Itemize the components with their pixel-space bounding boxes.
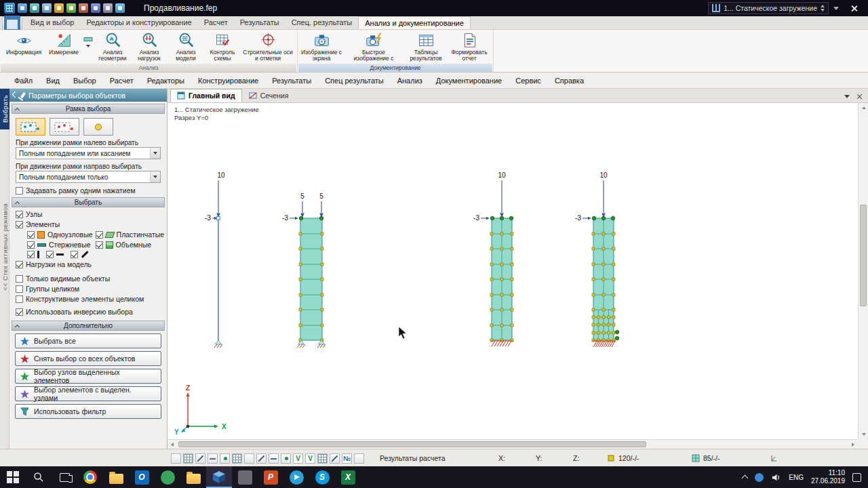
modes-stack-label[interactable]: << Стек активных режимов — [0, 135, 9, 291]
file-menu-button[interactable] — [2, 17, 22, 29]
checkbox[interactable] — [16, 211, 23, 218]
load-case-selector[interactable]: 1... Статическое загружение — [708, 2, 829, 14]
taskbar-telegram[interactable] — [283, 466, 309, 488]
menu-design[interactable]: Конструирование — [192, 75, 264, 87]
display-nodes-icon[interactable] — [54, 3, 64, 13]
display-axes-icon[interactable] — [103, 3, 113, 13]
information-button[interactable]: Информация — [2, 30, 45, 56]
select-all-button[interactable]: Выбрать все — [15, 333, 161, 348]
display-loads-icon[interactable] — [79, 3, 88, 13]
checkbox[interactable] — [16, 296, 23, 303]
column-3[interactable]: 10 -3 — [473, 171, 513, 346]
section-cut-icon[interactable] — [330, 453, 340, 464]
language-indicator[interactable]: ENG — [789, 474, 804, 481]
checkbox-solid-elements[interactable]: Объемные — [96, 241, 161, 249]
ribbon-tab-special-results[interactable]: Спец. результаты — [285, 16, 359, 29]
ribbon-tab-analysis-documentation[interactable]: Анализ и документирование — [358, 16, 471, 29]
select-nodes-of-selected-elements-button[interactable]: Выбор узлов выделенных элементов — [15, 369, 161, 384]
checkbox-structural-whole[interactable]: Конструктивные элементы целиком — [9, 293, 167, 304]
checkbox[interactable] — [71, 251, 78, 258]
menu-select[interactable]: Выбор — [67, 75, 102, 87]
horizontal-scroll-thumb[interactable] — [178, 441, 646, 447]
deselect-all-button[interactable]: Снять выбор со всех объектов — [15, 351, 161, 366]
misc-tool-icon[interactable] — [354, 453, 364, 464]
taskbar-app-gray[interactable] — [232, 466, 258, 488]
scroll-left-button[interactable] — [167, 440, 177, 449]
taskbar-outlook[interactable]: O — [129, 466, 155, 488]
screen-image-button[interactable]: Изображение с экрана — [300, 30, 343, 62]
taskbar-explorer-2[interactable] — [180, 466, 206, 488]
select-mode-badge[interactable]: Выбрать — [0, 89, 9, 129]
scheme-control-button[interactable]: Контроль схемы — [204, 30, 241, 62]
checkbox[interactable] — [16, 285, 23, 293]
checkbox-bar-style-inclined[interactable] — [71, 251, 89, 258]
checkbox[interactable] — [46, 251, 54, 258]
analysis-geometry-button[interactable]: Анализ геометрии — [94, 30, 131, 62]
checkbox[interactable] — [16, 308, 23, 316]
menu-documentation[interactable]: Документирование — [430, 75, 508, 87]
notification-center-icon[interactable] — [852, 473, 861, 482]
column-2[interactable]: 5 5 -3 — [282, 192, 326, 348]
dropdown-arrow-button[interactable] — [150, 171, 160, 182]
checkbox-nodes[interactable]: Узлы — [9, 209, 167, 219]
checkbox-single-click-frame[interactable]: Задавать рамку одним нажатием — [9, 185, 167, 195]
scroll-down-button[interactable] — [859, 430, 868, 439]
section-header-extra[interactable]: Дополнительно — [12, 321, 165, 331]
checkbox[interactable] — [27, 241, 35, 249]
select-elements-with-selected-nodes-button[interactable]: Выбор элементов с выделен. узлами — [15, 386, 161, 401]
nodes-display-icon[interactable] — [183, 453, 193, 464]
taskbar-chrome[interactable] — [77, 466, 103, 488]
analysis-model-button[interactable]: Анализ модели — [167, 30, 204, 62]
taskbar-clock[interactable]: 11:10 27.06.2019 — [811, 469, 845, 485]
snap-icon[interactable] — [281, 453, 291, 464]
menu-results[interactable]: Результаты — [266, 75, 317, 87]
check-elements-icon[interactable]: V — [305, 453, 315, 464]
checkbox-elements[interactable]: Элементы — [9, 219, 167, 229]
checkbox-visible-only[interactable]: Только видимые объекты — [9, 273, 167, 283]
frame-mode-touch-button[interactable] — [16, 118, 45, 136]
shrink-elements-icon[interactable] — [244, 453, 254, 464]
menu-view[interactable]: Вид — [40, 75, 66, 87]
close-view-icon[interactable] — [856, 94, 863, 100]
search-button[interactable] — [26, 466, 52, 488]
vertical-scroll-thumb[interactable] — [860, 205, 867, 306]
frame-mode-inside-button[interactable] — [50, 118, 79, 136]
checkbox-plate-elements[interactable]: Пластинчатые — [96, 230, 165, 239]
menu-help[interactable]: Справка — [549, 75, 590, 87]
checkbox[interactable] — [16, 261, 23, 268]
display-numbers-icon[interactable] — [91, 3, 100, 13]
frame-mode-single-button[interactable] — [83, 118, 113, 136]
redo-icon[interactable] — [42, 3, 52, 13]
taskbar-app-green[interactable] — [155, 466, 180, 488]
measure-options-button[interactable] — [82, 30, 94, 47]
construction-axes-button[interactable]: Строительные оси и отметки — [241, 30, 295, 62]
supports-display-icon[interactable] — [220, 453, 230, 464]
display-elements-icon[interactable] — [66, 3, 76, 13]
scroll-up-button[interactable] — [859, 103, 868, 113]
hidden-icons-chevron[interactable] — [742, 475, 749, 482]
checkbox-bar-style-horizontal[interactable] — [46, 251, 64, 258]
taskbar-excel[interactable]: X — [335, 466, 361, 488]
result-tables-button[interactable]: Таблицы результатов — [404, 30, 448, 62]
taskbar-fem-app[interactable] — [206, 466, 232, 488]
volume-icon[interactable] — [771, 472, 781, 483]
measure-button[interactable]: Измерение — [45, 30, 82, 56]
checkbox[interactable] — [27, 251, 35, 258]
ribbon-tab-view-select[interactable]: Вид и выбор — [24, 16, 80, 29]
checkbox[interactable] — [16, 187, 23, 195]
checkbox[interactable] — [16, 275, 23, 283]
use-filter-button[interactable]: Использовать фильтр — [15, 404, 161, 419]
start-button[interactable] — [0, 466, 26, 488]
undo-icon[interactable] — [30, 3, 39, 13]
render-mode-icon[interactable] — [256, 453, 267, 464]
menu-calculation[interactable]: Расчет — [104, 75, 140, 87]
local-axes-icon[interactable] — [232, 453, 242, 464]
create-report-button[interactable]: Формировать отчет — [448, 30, 491, 62]
elements-display-icon[interactable] — [195, 453, 205, 464]
grid-step-icon[interactable] — [269, 453, 279, 464]
taskbar-skype[interactable]: S — [309, 466, 335, 488]
numbers-display-icon[interactable]: № — [342, 453, 352, 464]
checkbox-groups-whole[interactable]: Группы целиком — [9, 283, 167, 293]
save-icon[interactable] — [18, 3, 27, 13]
column-4[interactable]: 10 -3 — [575, 171, 619, 347]
